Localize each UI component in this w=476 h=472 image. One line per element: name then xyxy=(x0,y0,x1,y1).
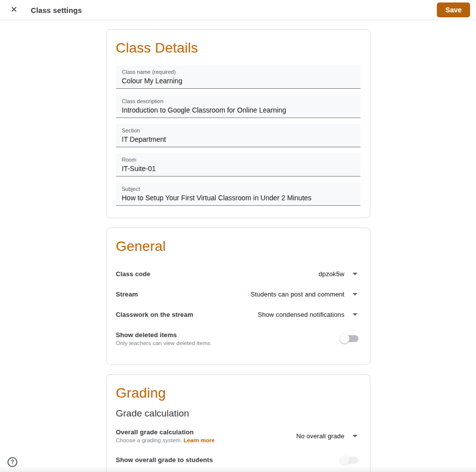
field-value: IT Department xyxy=(122,135,355,144)
chevron-down-icon xyxy=(353,293,357,295)
show-overall-grade-toggle[interactable] xyxy=(341,457,358,464)
grading-title: Grading xyxy=(116,385,360,401)
show-deleted-items-toggle[interactable] xyxy=(341,335,358,342)
page-title: Class settings xyxy=(31,6,82,14)
show-overall-grade-row: Show overall grade to students xyxy=(116,450,360,470)
grade-calculation-heading: Grade calculation xyxy=(116,408,360,419)
dropdown-value: dpzok5w xyxy=(318,270,344,278)
sublabel-text: Choose a grading system. xyxy=(116,437,182,443)
general-card: General Class code dpzok5w Stream Studen… xyxy=(106,228,370,365)
save-button[interactable]: Save xyxy=(437,2,470,17)
grading-card: Grading Grade calculation Overall grade … xyxy=(106,374,370,472)
learn-more-link[interactable]: Learn more xyxy=(183,437,215,443)
help-icon[interactable]: ? xyxy=(7,457,17,467)
field-label: Class description xyxy=(122,98,355,105)
chevron-down-icon xyxy=(353,435,357,437)
dropdown-value: No overall grade xyxy=(297,432,345,440)
field-value: Introduction to Google Classroom for Onl… xyxy=(122,106,355,115)
row-label: Stream xyxy=(116,291,138,298)
chevron-down-icon xyxy=(353,273,357,275)
chevron-down-icon xyxy=(353,313,357,316)
field-label: Room xyxy=(122,156,355,164)
row-label: Show deleted items xyxy=(116,331,212,339)
field-value: Colour My Learning xyxy=(122,76,355,86)
row-label: Class code xyxy=(116,270,151,278)
class-code-row: Class code dpzok5w xyxy=(116,264,360,284)
room-field[interactable]: Room IT-Suite-01 xyxy=(116,153,360,177)
field-value: How to Setup Your First Virtual Classroo… xyxy=(122,193,355,203)
overall-grade-calculation-row: Overall grade calculation Choose a gradi… xyxy=(116,422,360,450)
classwork-stream-row: Classwork on the stream Show condensed n… xyxy=(116,304,360,325)
row-sublabel: Choose a grading system. Learn more xyxy=(116,437,215,443)
field-label: Section xyxy=(122,127,355,134)
row-label: Overall grade calculation xyxy=(116,428,215,436)
show-deleted-items-row: Show deleted items Only teachers can vie… xyxy=(116,325,360,353)
close-icon[interactable]: ✕ xyxy=(8,4,20,16)
toggle-knob xyxy=(340,455,350,465)
class-code-dropdown[interactable]: dpzok5w xyxy=(318,270,360,278)
section-field[interactable]: Section IT Department xyxy=(116,124,360,147)
row-label: Classwork on the stream xyxy=(116,311,193,318)
settings-content: Class Details Class name (required) Colo… xyxy=(0,20,476,472)
stream-dropdown[interactable]: Students can post and comment xyxy=(250,291,360,298)
class-name-field[interactable]: Class name (required) Colour My Learning xyxy=(116,65,360,89)
field-value: IT-Suite-01 xyxy=(122,164,355,174)
dropdown-value: Students can post and comment xyxy=(250,291,344,298)
classwork-notifications-dropdown[interactable]: Show condensed notifications xyxy=(258,311,360,318)
stream-row: Stream Students can post and comment xyxy=(116,284,360,304)
dropdown-value: Show condensed notifications xyxy=(258,311,345,318)
field-label: Class name (required) xyxy=(122,68,355,76)
subject-field[interactable]: Subject How to Setup Your First Virtual … xyxy=(116,182,360,206)
class-details-card: Class Details Class name (required) Colo… xyxy=(106,29,370,218)
field-label: Subject xyxy=(122,185,355,193)
row-sublabel: Only teachers can view deleted items. xyxy=(116,340,212,346)
class-description-field[interactable]: Class description Introduction to Google… xyxy=(116,95,360,118)
overall-grade-dropdown[interactable]: No overall grade xyxy=(297,432,360,440)
class-details-title: Class Details xyxy=(116,40,360,56)
toggle-knob xyxy=(340,334,350,344)
row-label: Show overall grade to students xyxy=(116,456,213,464)
topbar: ✕ Class settings Save xyxy=(0,0,476,20)
general-title: General xyxy=(116,238,360,254)
